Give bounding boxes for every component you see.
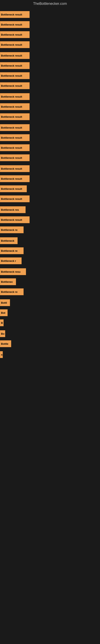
bar-item-28: Bottl [0,299,10,306]
bar-label-15: Bottleneck result [1,167,22,170]
bar-label-28: Bottl [1,301,7,304]
bar-label-32: Bottle [1,342,8,345]
bar-item-29: Bot [0,309,8,316]
bar-item-23: Bottleneck re [0,247,24,254]
bar-label-21: Bottleneck re [1,228,17,232]
bar-item-10: Bottleneck result [0,113,30,120]
bar-label-6: Bottleneck result [1,74,22,77]
bar-item-5: Bottleneck result [0,62,30,69]
bar-label-11: Bottleneck result [1,126,22,129]
bar-label-29: Bot [1,311,5,314]
bar-item-0: Bottleneck result [0,11,30,18]
title-text: TheBottlenecker.com [33,2,67,6]
bar-label-22: Bottleneck [1,239,14,242]
bar-item-17: Bottleneck result [0,185,27,192]
bar-label-17: Bottleneck result [1,187,22,190]
bar-label-9: Bottleneck result [1,105,22,108]
bar-item-6: Bottleneck result [0,72,30,79]
bar-item-19: Bottleneck res [0,206,26,213]
chart-area: Bottleneck resultBottleneck resultBottle… [0,8,100,637]
bar-label-23: Bottleneck re [1,249,17,252]
bar-label-0: Bottleneck result [1,13,22,16]
bar-label-8: Bottleneck result [1,95,22,98]
bar-label-16: Bottleneck result [1,177,22,180]
bar-label-27: Bottleneck re [1,290,17,294]
bar-item-4: Bottleneck result [0,52,30,59]
bar-item-25: Bottleneck resu [0,268,26,275]
bar-label-31: Bo [1,332,4,335]
bar-item-2: Bottleneck result [0,31,30,38]
bar-item-15: Bottleneck result [0,165,30,172]
bar-label-7: Bottleneck result [1,84,22,87]
bar-label-26: Bottlenec [1,280,13,283]
bar-item-27: Bottleneck re [0,288,24,295]
bar-label-13: Bottleneck result [1,146,22,149]
bar-item-24: Bottleneck r [0,258,22,264]
bar-label-18: Bottleneck result [1,198,22,200]
site-title: TheBottlenecker.com [0,0,100,8]
bar-item-16: Bottleneck result [0,175,30,182]
bar-label-25: Bottleneck resu [1,270,21,273]
bar-item-21: Bottleneck re [0,226,24,233]
bar-label-30: B [1,322,3,324]
bar-item-14: Bottleneck result [0,154,30,161]
bar-label-24: Bottleneck r [1,260,16,262]
bar-item-33: n [0,351,3,358]
bar-item-31: Bo [0,330,5,337]
bar-item-8: Bottleneck result [0,93,30,100]
bar-label-2: Bottleneck result [1,33,22,36]
bar-item-3: Bottleneck result [0,41,30,48]
bar-label-33: n [1,353,2,356]
bar-item-18: Bottleneck result [0,196,30,202]
bar-item-30: B [0,320,3,326]
bar-label-1: Bottleneck result [1,23,22,26]
bar-item-22: Bottleneck [0,237,18,244]
bar-item-7: Bottleneck result [0,82,30,89]
bar-item-1: Bottleneck result [0,21,30,28]
bar-item-9: Bottleneck result [0,103,30,110]
bar-label-4: Bottleneck result [1,54,22,57]
bar-label-14: Bottleneck result [1,156,22,160]
bar-label-5: Bottleneck result [1,64,22,67]
bar-label-10: Bottleneck result [1,115,22,118]
bar-label-3: Bottleneck result [1,43,22,46]
bar-label-19: Bottleneck res [1,208,19,211]
bar-label-12: Bottleneck result [1,136,22,139]
bar-item-12: Bottleneck result [0,134,30,141]
bar-item-11: Bottleneck result [0,124,30,131]
bar-item-13: Bottleneck result [0,144,30,151]
bar-item-26: Bottlenec [0,278,16,285]
bar-label-20: Bottleneck result [1,218,22,222]
bar-item-32: Bottle [0,340,11,347]
bar-item-20: Bottleneck result [0,216,30,223]
